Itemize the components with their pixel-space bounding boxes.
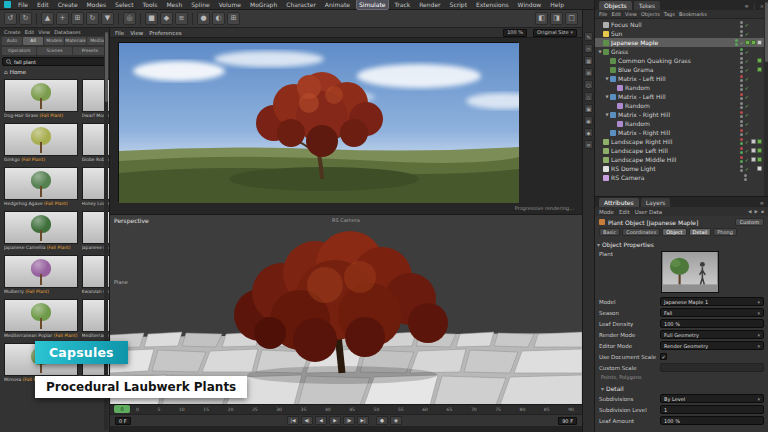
visibility-dot[interactable] <box>735 39 738 42</box>
tag-icon[interactable] <box>757 67 762 72</box>
visibility-dot[interactable] <box>735 43 738 46</box>
enabled-check-icon[interactable]: ✓ <box>740 40 744 46</box>
layout-panels-icon[interactable]: ◧ <box>535 12 548 25</box>
object-row-rs-dome-light[interactable]: RS Dome Light✓ <box>595 164 768 173</box>
object-row-matrix-right-hill[interactable]: ▼Matrix - Right Hill✓ <box>595 110 768 119</box>
play-button[interactable]: ▶ <box>329 416 341 425</box>
attributes-tab-layers[interactable]: Layers <box>641 198 671 207</box>
menu-item-character[interactable]: Character <box>284 0 318 9</box>
visibility-dot[interactable] <box>740 129 743 132</box>
visibility-dot[interactable] <box>740 30 743 33</box>
render-view-icon[interactable]: ■ <box>145 12 158 25</box>
workplane-mode-icon[interactable]: ⊞ <box>584 68 593 77</box>
attr-dropdown-render-mode[interactable]: Full Geometry▾ <box>660 330 764 339</box>
menu-item-script[interactable]: Script <box>448 0 469 9</box>
breadcrumb-home-label[interactable]: Home <box>10 69 26 75</box>
menu-item-create[interactable]: Create <box>56 0 80 9</box>
enabled-check-icon[interactable]: ✓ <box>745 157 749 163</box>
visibility-dot[interactable] <box>740 97 743 100</box>
object-row-grass[interactable]: ▼Grass✓ <box>595 47 768 56</box>
last-tool-icon[interactable]: ▼ <box>101 12 114 25</box>
scale-tool-icon[interactable]: ⊞ <box>71 12 84 25</box>
section-tab-coordinates[interactable]: Coordinates <box>622 228 660 236</box>
tag-icon[interactable] <box>757 40 762 45</box>
panel-menu-icon[interactable]: ≡ <box>745 3 749 9</box>
visibility-dot[interactable] <box>740 21 743 24</box>
asset-category-operators[interactable]: Operators <box>2 47 36 55</box>
asset-item-mediterranean-poplar[interactable]: Mediterranean Poplar (Fall Plant) <box>3 298 79 339</box>
visibility-dot[interactable] <box>740 156 743 159</box>
section-tab-phong[interactable]: Phong <box>713 228 737 236</box>
attr-number-custom-scale[interactable] <box>660 363 764 372</box>
objects-menu-bookmarks[interactable]: Bookmarks <box>679 11 707 17</box>
layout-split-icon[interactable]: ◨ <box>550 12 563 25</box>
history-forward-icon[interactable]: ▶ <box>754 209 757 214</box>
attributes-tab-attributes[interactable]: Attributes <box>599 198 639 207</box>
visibility-dot[interactable] <box>740 165 743 168</box>
live-selection-icon[interactable]: ▲ <box>41 12 54 25</box>
end-frame-field[interactable]: 90 F <box>558 417 577 425</box>
menu-item-extensions[interactable]: Extensions <box>474 0 511 9</box>
object-row-focus-null[interactable]: Focus Null✓ <box>595 20 768 29</box>
object-row-common-quaking-grass[interactable]: Common Quaking Grass✓ <box>595 56 768 65</box>
attr-number-leaf-density[interactable]: 100 % <box>660 319 764 328</box>
object-row-matrix-right-hill[interactable]: Matrix - Right Hill✓ <box>595 128 768 137</box>
objects-menu-file[interactable]: File <box>599 11 607 17</box>
tag-icon[interactable] <box>757 166 762 171</box>
tag-icon[interactable] <box>745 40 750 45</box>
layout-full-icon[interactable]: □ <box>565 12 578 25</box>
visibility-dot[interactable] <box>740 142 743 145</box>
asset-filter-models[interactable]: Models <box>44 37 64 45</box>
asset-menu-edit[interactable]: Edit <box>25 29 35 35</box>
visibility-dot[interactable] <box>740 151 743 154</box>
asset-menu-view[interactable]: View <box>38 29 50 35</box>
object-row-landscape-left-hill[interactable]: Landscape Left Hill✓ <box>595 146 768 155</box>
asset-item-hedgehog-agave[interactable]: Hedgehog Agave (Fall Plant) <box>3 166 79 207</box>
plant-preview-thumbnail[interactable] <box>661 251 719 293</box>
enabled-check-icon[interactable]: ✓ <box>745 67 749 73</box>
attr-dropdown-editor-mode[interactable]: Render Geometry▾ <box>660 341 764 350</box>
tag-icon[interactable] <box>751 148 756 153</box>
section-tab-basic[interactable]: Basic <box>599 228 620 236</box>
visibility-dot[interactable] <box>740 52 743 55</box>
go-to-end-button[interactable]: ▶| <box>357 416 369 425</box>
record-keyframe-button[interactable]: ● <box>376 416 388 425</box>
attributes-menu-edit[interactable]: Edit <box>619 209 630 215</box>
object-row-rs-camera[interactable]: RS Camera <box>595 173 768 182</box>
grid-snap-icon[interactable]: ⊞ <box>227 12 240 25</box>
visibility-dot[interactable] <box>740 88 743 91</box>
enabled-check-icon[interactable]: ✓ <box>745 130 749 136</box>
objects-tab-objects[interactable]: Objects <box>599 1 632 10</box>
asset-breadcrumb[interactable]: ⌂ Home <box>0 67 109 76</box>
enabled-check-icon[interactable]: ✓ <box>745 58 749 64</box>
timeline-ruler[interactable]: 051015202530354045505560657075808590 <box>110 404 582 414</box>
asset-item-dog-hair-grass[interactable]: Dog-Hair Grass (Fall Plant) <box>3 78 79 119</box>
object-row-random[interactable]: Random✓ <box>595 101 768 110</box>
visibility-dot[interactable] <box>740 111 743 114</box>
attr-dropdown-season[interactable]: Fall▾ <box>660 308 764 317</box>
object-row-matrix-left-hill[interactable]: ▼Matrix - Left Hill✓ <box>595 74 768 83</box>
tag-icon[interactable] <box>757 148 762 153</box>
visibility-dot[interactable] <box>740 138 743 141</box>
visibility-dot[interactable] <box>740 160 743 163</box>
lock-icon[interactable]: ▪ <box>761 209 764 214</box>
visibility-dot[interactable] <box>740 75 743 78</box>
asset-scrollbar[interactable] <box>104 30 108 430</box>
menu-item-animate[interactable]: Animate <box>323 0 352 9</box>
model-mode-icon[interactable]: ◇ <box>584 44 593 53</box>
menu-item-render[interactable]: Render <box>417 0 442 9</box>
polygons-mode-icon[interactable]: ▣ <box>584 104 593 113</box>
object-properties-header[interactable]: ▾ Object Properties <box>595 238 768 249</box>
asset-category-scenes[interactable]: Scenes <box>37 47 71 55</box>
menu-item-mograph[interactable]: MoGraph <box>248 0 279 9</box>
visibility-dot[interactable] <box>740 66 743 69</box>
current-frame-field[interactable]: 0 F <box>115 417 131 425</box>
visibility-dot[interactable] <box>740 102 743 105</box>
enabled-check-icon[interactable]: ✓ <box>745 22 749 28</box>
objects-menu-tags[interactable]: Tags <box>664 11 675 17</box>
visibility-dot[interactable] <box>740 34 743 37</box>
objects-tab-takes[interactable]: Takes <box>634 1 660 10</box>
asset-filter-auto[interactable]: Auto <box>2 37 22 45</box>
new-material-icon[interactable]: ● <box>197 12 210 25</box>
enabled-check-icon[interactable]: ✓ <box>745 139 749 145</box>
